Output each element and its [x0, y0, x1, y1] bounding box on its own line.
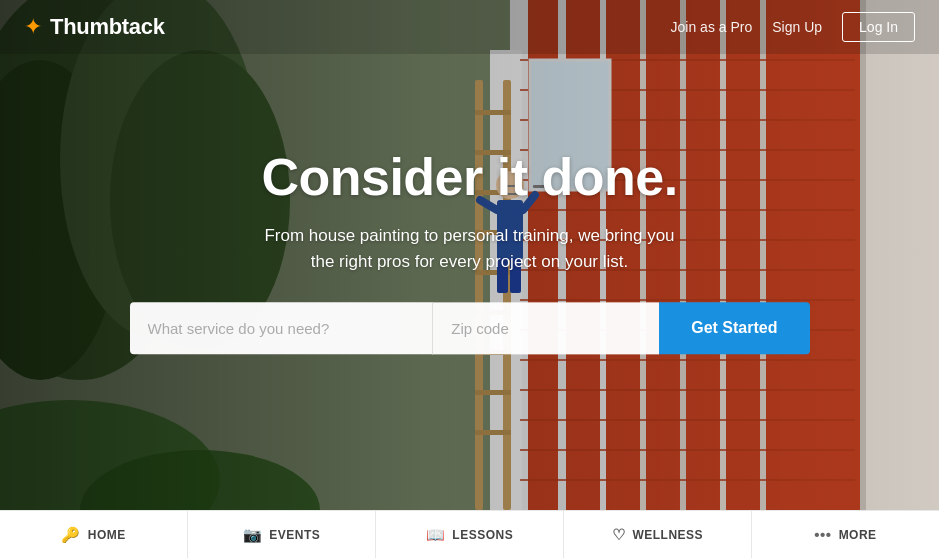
nav-label-more: MORE	[839, 528, 877, 542]
signup-link[interactable]: Sign Up	[772, 19, 822, 35]
login-button[interactable]: Log In	[842, 12, 915, 42]
join-pro-link[interactable]: Join as a Pro	[671, 19, 753, 35]
logo-text: Thumbtack	[50, 14, 165, 40]
nav-label-events: EVENTS	[269, 528, 320, 542]
zipcode-input[interactable]	[432, 302, 659, 354]
hero-title: Consider it done.	[130, 147, 810, 207]
bottom-nav: 🔑 HOME 📷 EVENTS 📖 LESSONS ♡ WELLNESS •••…	[0, 510, 939, 558]
logo-icon: ✦	[24, 16, 42, 38]
nav-item-wellness[interactable]: ♡ WELLNESS	[564, 511, 752, 558]
nav-item-home[interactable]: 🔑 HOME	[0, 511, 188, 558]
service-input[interactable]	[130, 302, 433, 354]
logo-area[interactable]: ✦ Thumbtack	[24, 14, 165, 40]
nav-item-lessons[interactable]: 📖 LESSONS	[376, 511, 564, 558]
nav-label-home: HOME	[88, 528, 126, 542]
navbar: ✦ Thumbtack Join as a Pro Sign Up Log In	[0, 0, 939, 54]
search-bar: Get Started	[130, 302, 810, 354]
get-started-button[interactable]: Get Started	[659, 302, 809, 354]
more-icon: •••	[814, 526, 831, 543]
hero-subtitle: From house painting to personal training…	[130, 223, 810, 274]
lessons-icon: 📖	[426, 526, 446, 544]
wellness-icon: ♡	[612, 526, 626, 544]
nav-label-lessons: LESSONS	[452, 528, 513, 542]
events-icon: 📷	[243, 526, 263, 544]
nav-actions: Join as a Pro Sign Up Log In	[671, 12, 915, 42]
hero-content: Consider it done. From house painting to…	[130, 147, 810, 354]
nav-item-more[interactable]: ••• MORE	[752, 511, 939, 558]
nav-label-wellness: WELLNESS	[632, 528, 703, 542]
nav-item-events[interactable]: 📷 EVENTS	[188, 511, 376, 558]
home-icon: 🔑	[61, 526, 81, 544]
hero-section: ✦ Thumbtack Join as a Pro Sign Up Log In…	[0, 0, 939, 510]
